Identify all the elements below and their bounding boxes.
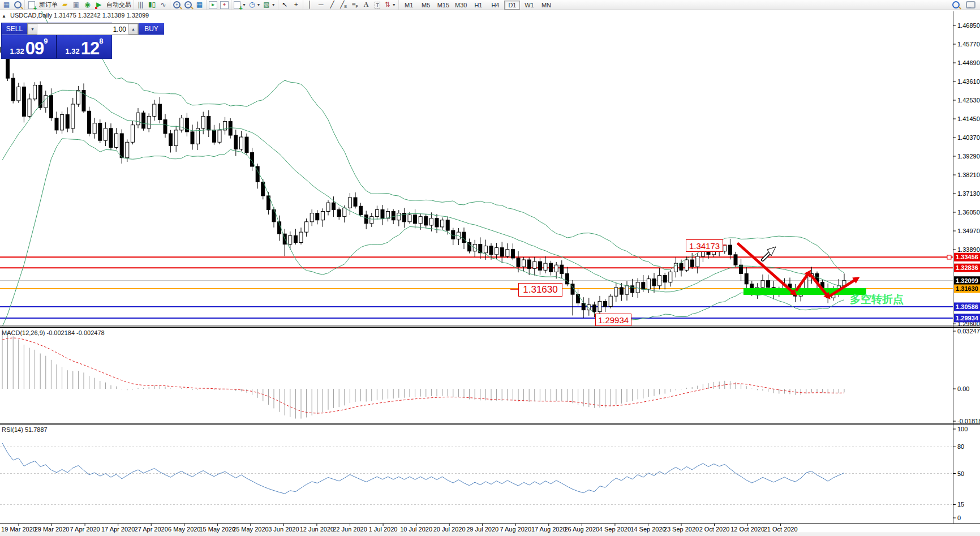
templates-icon-dropdown-arrow[interactable]: ▼ xyxy=(272,3,276,7)
indicators-icon-dropdown-arrow[interactable]: ▼ xyxy=(242,3,246,7)
timeframe-mn[interactable]: MN xyxy=(538,1,554,10)
text-icon[interactable]: A xyxy=(362,1,371,9)
support-zone-bar[interactable] xyxy=(743,288,866,295)
line-chart-type-icon[interactable]: ∿ xyxy=(159,1,167,9)
cursor-icon[interactable]: ↖ xyxy=(281,1,289,9)
line-selection-handle[interactable] xyxy=(947,255,951,259)
candle-body xyxy=(745,273,748,284)
timeframe-w1[interactable]: W1 xyxy=(521,1,537,10)
text-label-icon[interactable]: T xyxy=(373,1,382,9)
date-label: 15 May 2020 xyxy=(199,526,235,533)
candlestick-type-icon-glyph: ▮▯ xyxy=(148,1,156,9)
zoom-in-icon[interactable]: + xyxy=(173,1,181,9)
timeframe-m5[interactable]: M5 xyxy=(418,1,434,10)
sell-price-button[interactable]: 1.32 09 9 xyxy=(2,35,57,58)
signals-icon[interactable]: ◉ xyxy=(83,1,92,9)
level-label-1-34173[interactable]: 1.34173 xyxy=(686,239,723,252)
date-label: 17 Apr 2020 xyxy=(101,526,135,533)
candlestick-type-icon[interactable]: ▮▯ xyxy=(148,1,156,9)
tile-windows-icon[interactable]: ▦ xyxy=(195,1,204,9)
candle-body xyxy=(663,276,667,282)
indicators-icon[interactable]: +▼ xyxy=(234,1,246,9)
bollinger-band-u xyxy=(2,0,844,273)
white-arrow-shaft[interactable] xyxy=(763,252,770,260)
new-order-icon-glyph: + xyxy=(28,1,35,9)
fibonacci-icon[interactable]: ≡F xyxy=(351,1,359,9)
horizontal-line-icon[interactable]: ─ xyxy=(317,1,325,9)
rsi-line xyxy=(2,443,844,494)
arrows-tool-icon-dropdown-arrow[interactable]: ▼ xyxy=(392,3,396,7)
candle-body xyxy=(359,206,363,215)
candle-body xyxy=(142,113,145,128)
candle-body xyxy=(229,122,232,135)
candle-body xyxy=(289,235,292,244)
equidistant-channel-icon[interactable]: ╱E xyxy=(339,1,348,9)
candle-body xyxy=(620,288,623,294)
candle-body xyxy=(66,114,69,128)
new-chart-icon[interactable]: ▦ xyxy=(2,1,11,9)
macd-label: MACD(12,26,9) -0.002184 -0.002478 xyxy=(2,329,105,336)
one-click-toggle-icon[interactable]: ▲ xyxy=(2,14,6,19)
candle-body xyxy=(22,87,25,116)
date-label: 3 Jun 2020 xyxy=(268,526,299,533)
volume-down-button[interactable]: ▼ xyxy=(28,24,37,35)
candle-body xyxy=(527,260,531,268)
trendline-icon[interactable]: ╱ xyxy=(328,1,337,9)
volume-up-button[interactable]: ▲ xyxy=(128,24,138,35)
timeframe-m1[interactable]: M1 xyxy=(401,1,417,10)
market-icon-glyph: ▣ xyxy=(73,1,79,9)
timeframe-m30[interactable]: M30 xyxy=(453,1,469,10)
volume-input[interactable] xyxy=(37,24,128,35)
autotrade-icon[interactable]: ▶ xyxy=(94,1,103,9)
crosshair-icon[interactable]: + xyxy=(292,1,300,9)
buy-button[interactable]: BUY xyxy=(139,23,164,35)
timeframe-m15[interactable]: M15 xyxy=(435,1,452,10)
candle-body xyxy=(44,96,48,108)
zoom-out-icon[interactable]: − xyxy=(184,1,192,9)
timeframe-h4[interactable]: H4 xyxy=(487,1,503,10)
ohlc-values: 1.31475 1.32242 1.31389 1.32099 xyxy=(54,12,149,19)
buy-price-big: 12 xyxy=(81,41,99,55)
candle-body xyxy=(218,130,221,142)
turning-point-text[interactable]: 多空转折点 xyxy=(850,292,904,307)
buy-price-button[interactable]: 1.32 12 8 xyxy=(57,35,111,58)
date-label: 6 May 2020 xyxy=(168,526,200,533)
trendline-icon-glyph: ╱ xyxy=(330,1,334,9)
chart-area[interactable]: 1.468501.457701.446901.436101.425301.414… xyxy=(0,0,980,536)
chat-icon[interactable] xyxy=(966,1,975,9)
periods-icon[interactable]: ◷▼ xyxy=(249,1,260,9)
candle-body xyxy=(239,137,243,149)
timeframe-d1[interactable]: D1 xyxy=(504,1,520,10)
new-order-icon[interactable]: + xyxy=(27,1,36,9)
search-icon[interactable] xyxy=(952,1,960,9)
periods-icon-dropdown-arrow[interactable]: ▼ xyxy=(256,3,260,7)
auto-scroll-icon[interactable]: ▸ xyxy=(209,1,217,9)
chart-shift-icon[interactable]: + xyxy=(220,1,229,9)
price-tick-label: 1.33890 xyxy=(957,246,980,253)
candle-body xyxy=(364,215,368,224)
level-label-1-29934[interactable]: 1.29934 xyxy=(595,314,631,326)
candle-body xyxy=(625,286,629,294)
candle-body xyxy=(294,235,297,242)
sell-button[interactable]: SELL xyxy=(2,23,27,35)
price-tick-label: 1.37130 xyxy=(957,190,980,197)
date-label: 25 May 2020 xyxy=(233,526,269,533)
candle-body xyxy=(33,85,37,98)
price-tick-label: 1.41450 xyxy=(957,115,980,122)
price-tag-label: 1.32099 xyxy=(956,277,978,284)
bar-chart-type-icon[interactable]: ||| xyxy=(136,1,145,9)
candle-body xyxy=(511,250,514,258)
level-label-1-31630[interactable]: 1.31630 xyxy=(518,283,562,297)
trade-ticket-icon[interactable]: ▰ xyxy=(61,1,69,9)
arrows-tool-icon[interactable]: ⇅▼ xyxy=(385,1,396,9)
vertical-line-icon[interactable]: │ xyxy=(306,1,314,9)
profiles-icon[interactable] xyxy=(14,1,22,9)
templates-icon[interactable]: ▧▼ xyxy=(263,1,275,9)
price-tick-label: 1.34970 xyxy=(957,228,980,234)
rsi-tick-label: 0 xyxy=(957,514,961,521)
candle-body xyxy=(728,245,732,255)
market-icon[interactable]: ▣ xyxy=(72,1,80,9)
timeframe-h1[interactable]: H1 xyxy=(470,1,486,10)
macd-plot xyxy=(2,329,844,418)
rsi-tick-label: 80 xyxy=(957,443,964,450)
